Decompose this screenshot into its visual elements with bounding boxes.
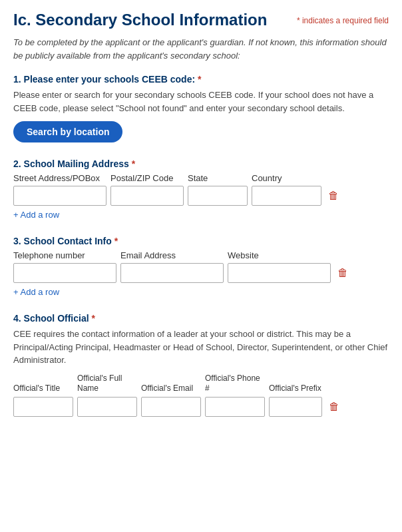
official-title-input[interactable] bbox=[13, 397, 73, 417]
section-official-title: 4. School Official * bbox=[13, 313, 389, 324]
section-contact-number: 3. bbox=[13, 236, 21, 246]
contact-web-input[interactable] bbox=[228, 263, 331, 283]
section-official: 4. School Official * CEE requires the co… bbox=[13, 313, 389, 417]
official-col-title: Official's Title bbox=[13, 384, 73, 394]
official-row-1: 🗑 bbox=[13, 397, 389, 417]
contact-asterisk: * bbox=[114, 236, 118, 246]
official-description: CEE requires the contact information of … bbox=[13, 328, 389, 367]
ceeb-description: Please enter or search for your secondar… bbox=[13, 89, 389, 115]
official-prefix-input[interactable] bbox=[269, 397, 322, 417]
section-mailing: 2. School Mailing Address * Street Addre… bbox=[13, 158, 389, 220]
contact-email-input[interactable] bbox=[120, 263, 224, 283]
official-phone-input[interactable] bbox=[205, 397, 265, 417]
mailing-add-row-link[interactable]: + Add a row bbox=[13, 210, 59, 220]
page-header: Ic. Secondary School Information * indic… bbox=[13, 11, 389, 29]
section-official-label: School Official bbox=[24, 313, 89, 324]
contact-col-email: Email Address bbox=[120, 250, 224, 260]
section-ceeb-number: 1. bbox=[13, 74, 21, 85]
section-contact: 3. School Contact Info * Telephone numbe… bbox=[13, 236, 389, 297]
section-ceeb-title: 1. Please enter your schools CEEB code: … bbox=[13, 74, 389, 85]
contact-tel-input[interactable] bbox=[13, 263, 116, 283]
section-ceeb: 1. Please enter your schools CEEB code: … bbox=[13, 74, 389, 142]
official-table: Official's Title Official's Full Name Of… bbox=[13, 374, 389, 417]
mailing-table: Street Address/POBox Postal/ZIP Code Sta… bbox=[13, 173, 389, 206]
asterisk-symbol: * bbox=[297, 16, 300, 25]
mailing-col-street: Street Address/POBox bbox=[13, 173, 106, 183]
mailing-col-headers: Street Address/POBox Postal/ZIP Code Sta… bbox=[13, 173, 389, 186]
official-asterisk: * bbox=[91, 313, 95, 324]
search-by-location-button[interactable]: Search by location bbox=[13, 121, 122, 142]
official-email-input[interactable] bbox=[141, 397, 201, 417]
mailing-country-input[interactable] bbox=[252, 186, 321, 206]
ceeb-asterisk: * bbox=[198, 74, 201, 85]
mailing-col-postal: Postal/ZIP Code bbox=[110, 173, 184, 183]
official-col-email: Official's Email bbox=[141, 384, 201, 394]
contact-col-web: Website bbox=[228, 250, 331, 260]
required-note: * indicates a required field bbox=[297, 11, 389, 25]
contact-add-row-link[interactable]: + Add a row bbox=[13, 287, 59, 297]
page-title: Ic. Secondary School Information bbox=[13, 11, 267, 29]
mailing-asterisk: * bbox=[132, 158, 135, 169]
official-col-headers: Official's Title Official's Full Name Of… bbox=[13, 374, 389, 397]
section-mailing-number: 2. bbox=[13, 158, 21, 169]
section-ceeb-label: Please enter your schools CEEB code: bbox=[24, 74, 196, 85]
contact-row-1: 🗑 bbox=[13, 263, 389, 283]
official-col-name: Official's Full Name bbox=[77, 374, 137, 394]
section-mailing-label: School Mailing Address bbox=[24, 158, 129, 169]
mailing-col-state: State bbox=[188, 173, 248, 183]
official-col-prefix: Official's Prefix bbox=[269, 384, 322, 394]
mailing-col-country: Country bbox=[252, 173, 321, 183]
mailing-postal-input[interactable] bbox=[110, 186, 184, 206]
section-mailing-title: 2. School Mailing Address * bbox=[13, 158, 389, 169]
mailing-state-input[interactable] bbox=[188, 186, 248, 206]
page-description: To be completed by the applicant or the … bbox=[13, 36, 389, 62]
required-note-text: indicates a required field bbox=[302, 16, 389, 25]
official-col-phone: Official's Phone # bbox=[205, 374, 265, 394]
official-delete-icon[interactable]: 🗑 bbox=[326, 399, 342, 414]
contact-col-tel: Telephone number bbox=[13, 250, 116, 260]
official-name-input[interactable] bbox=[77, 397, 137, 417]
mailing-delete-icon[interactable]: 🗑 bbox=[325, 188, 341, 203]
contact-delete-icon[interactable]: 🗑 bbox=[335, 266, 351, 280]
section-contact-label: School Contact Info bbox=[24, 236, 112, 246]
mailing-street-input[interactable] bbox=[13, 186, 106, 206]
contact-col-headers: Telephone number Email Address Website bbox=[13, 250, 389, 263]
contact-table: Telephone number Email Address Website 🗑 bbox=[13, 250, 389, 283]
mailing-row-1: 🗑 bbox=[13, 186, 389, 206]
section-official-number: 4. bbox=[13, 313, 21, 324]
section-contact-title: 3. School Contact Info * bbox=[13, 236, 389, 246]
